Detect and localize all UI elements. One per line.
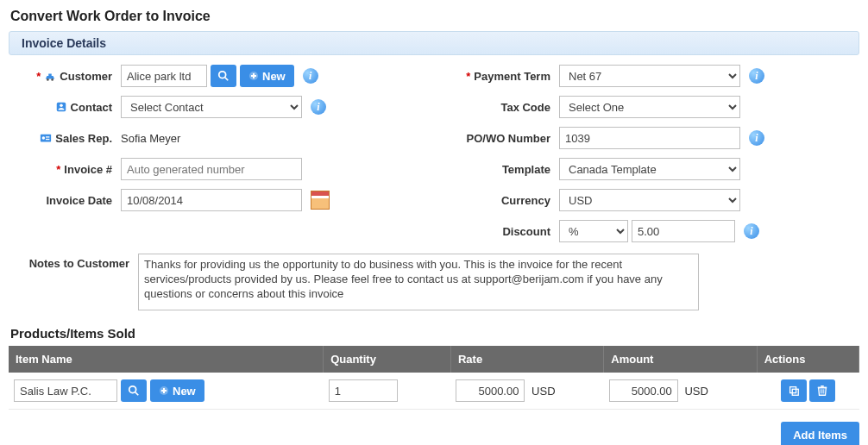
notes-label: Notes to Customer: [29, 257, 129, 270]
template-label: Template: [502, 163, 550, 176]
discount-type-select[interactable]: %: [559, 220, 628, 242]
amount-input[interactable]: [609, 379, 678, 402]
svg-point-0: [47, 78, 49, 81]
col-actions: Actions: [757, 346, 859, 373]
col-rate: Rate: [450, 346, 603, 373]
customer-search-button[interactable]: [211, 65, 236, 87]
contact-label: Contact: [71, 101, 112, 114]
required-mark: *: [466, 70, 470, 83]
invoicedate-label: Invoice Date: [46, 194, 112, 207]
items-table: Item Name Quantity Rate Amount Actions: [9, 346, 859, 410]
svg-point-8: [42, 136, 46, 140]
info-icon[interactable]: i: [744, 223, 759, 239]
svg-point-2: [219, 72, 226, 78]
customer-icon: [44, 70, 56, 82]
salesrep-label: Sales Rep.: [55, 132, 112, 145]
notes-textarea[interactable]: [138, 254, 699, 310]
invoiceno-label: Invoice #: [64, 163, 112, 176]
col-item: Item Name: [9, 346, 324, 373]
products-section-title: Products/Items Sold: [10, 326, 859, 341]
svg-rect-10: [46, 139, 49, 140]
info-icon[interactable]: i: [749, 130, 764, 146]
currency-select[interactable]: USD: [559, 189, 740, 211]
contact-icon: [55, 101, 67, 113]
svg-point-1: [52, 78, 54, 81]
col-qty: Quantity: [324, 346, 451, 373]
salesrep-value: Sofia Meyer: [121, 132, 180, 145]
taxcode-label: Tax Code: [500, 101, 550, 114]
duplicate-icon: [788, 385, 800, 397]
taxcode-select[interactable]: Select One: [559, 96, 740, 118]
customer-new-button[interactable]: New: [240, 65, 294, 87]
svg-rect-15: [792, 389, 798, 395]
new-label: New: [262, 70, 286, 83]
calendar-icon[interactable]: [311, 191, 330, 210]
rate-input[interactable]: [456, 379, 525, 402]
salesrep-icon: [40, 132, 52, 144]
col-amount: Amount: [604, 346, 757, 373]
search-icon: [128, 385, 140, 397]
template-select[interactable]: Canada Template: [559, 158, 740, 180]
rate-unit: USD: [531, 385, 555, 398]
item-new-button[interactable]: New: [150, 379, 204, 402]
info-icon[interactable]: i: [749, 68, 764, 84]
customer-label: Customer: [60, 70, 112, 83]
invoice-details-header: Invoice Details: [9, 31, 859, 55]
invoiceno-input[interactable]: [121, 158, 302, 180]
add-items-button[interactable]: Add Items: [781, 422, 859, 445]
new-label: New: [173, 385, 196, 398]
right-column: * Payment Term Net 67 i Tax Code Select …: [447, 64, 859, 250]
svg-point-6: [60, 104, 63, 108]
customer-input[interactable]: [121, 65, 207, 87]
left-column: * Customer New i: [9, 64, 421, 250]
page-title: Convert Work Order to Invoice: [10, 9, 859, 24]
powo-label: PO/WO Number: [466, 132, 550, 145]
paymentterm-select[interactable]: Net 67: [559, 65, 740, 87]
search-icon: [217, 70, 230, 82]
plus-icon: [159, 385, 169, 396]
paymentterm-label: Payment Term: [474, 70, 550, 83]
svg-line-12: [135, 392, 139, 396]
svg-line-3: [225, 78, 229, 81]
item-search-button[interactable]: [121, 379, 147, 402]
info-icon[interactable]: i: [303, 68, 318, 84]
svg-rect-14: [789, 387, 796, 393]
trash-icon: [816, 385, 828, 397]
invoicedate-input[interactable]: [121, 189, 302, 211]
qty-input[interactable]: [329, 379, 398, 402]
contact-select[interactable]: Select Contact: [121, 96, 302, 118]
discount-value-input[interactable]: [632, 220, 735, 242]
item-name-input[interactable]: [14, 379, 117, 402]
row-duplicate-button[interactable]: [781, 379, 807, 402]
table-row: New USD USD: [9, 373, 859, 410]
info-icon[interactable]: i: [311, 99, 326, 115]
row-delete-button[interactable]: [809, 379, 835, 402]
svg-point-11: [129, 386, 136, 393]
required-mark: *: [36, 70, 41, 83]
powo-input[interactable]: [559, 127, 740, 149]
plus-icon: [248, 71, 259, 81]
currency-label: Currency: [501, 194, 550, 207]
discount-label: Discount: [502, 225, 550, 238]
svg-rect-9: [46, 136, 49, 137]
required-mark: *: [56, 163, 60, 176]
amount-unit: USD: [684, 385, 708, 398]
